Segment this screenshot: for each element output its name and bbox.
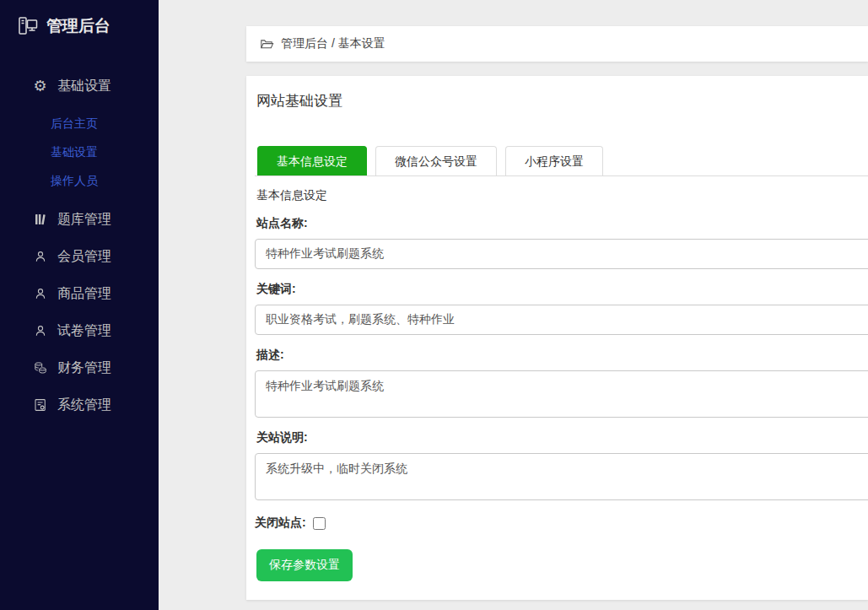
main-content: 管理后台 / 基本设置 网站基础设置 基本信息设定 微信公众号设置 小程序设置 …	[159, 0, 868, 610]
sidebar-item-products[interactable]: 商品管理	[0, 275, 159, 312]
site-name-label: 站点名称:	[256, 216, 868, 231]
form-field: 站点名称:	[255, 216, 868, 269]
settings-card: 网站基础设置 基本信息设定 微信公众号设置 小程序设置 基本信息设定 站点名称:…	[246, 76, 868, 600]
sidebar-item-label: 试卷管理	[57, 321, 111, 340]
tab-mini-program[interactable]: 小程序设置	[505, 146, 603, 175]
sidebar-item-question-bank[interactable]: 题库管理	[0, 201, 159, 238]
sidebar-subitem-operators[interactable]: 操作人员	[0, 166, 159, 195]
site-name-field[interactable]	[255, 239, 868, 269]
save-settings-button[interactable]: 保存参数设置	[256, 549, 353, 581]
tab-bar: 基本信息设定 微信公众号设置 小程序设置	[255, 146, 868, 176]
close-site-label: 关闭站点:	[255, 516, 306, 531]
sidebar-item-label: 题库管理	[57, 210, 111, 229]
keywords-label: 关键词:	[256, 282, 868, 297]
sidebar-menu: ⚙ 基础设置 后台主页 基础设置 操作人员 题库管理	[0, 67, 159, 424]
user-icon	[32, 247, 48, 266]
sidebar-item-label: 系统管理	[57, 396, 111, 414]
close-site-checkbox[interactable]	[313, 517, 326, 530]
tab-basic-info[interactable]: 基本信息设定	[257, 146, 367, 175]
sidebar-submenu: 后台主页 基础设置 操作人员	[0, 105, 159, 201]
description-field[interactable]: 特种作业考试刷题系统	[255, 370, 868, 418]
close-note-field[interactable]: 系统升级中，临时关闭系统	[255, 453, 868, 500]
section-label: 基本信息设定	[256, 188, 868, 203]
sidebar-subitem-backend-home[interactable]: 后台主页	[0, 109, 159, 138]
page-title: 网站基础设置	[256, 91, 868, 111]
sidebar-item-label: 会员管理	[57, 247, 111, 266]
user-icon	[32, 284, 48, 303]
form-field: 关键词:	[255, 282, 868, 335]
sidebar-item-members[interactable]: 会员管理	[0, 238, 159, 275]
keywords-field[interactable]	[255, 305, 868, 335]
gear-icon: ⚙	[32, 77, 48, 95]
sidebar-subitem-base-settings[interactable]: 基础设置	[0, 138, 159, 166]
breadcrumb: 管理后台 / 基本设置	[246, 26, 868, 62]
books-icon	[32, 210, 48, 229]
coins-icon	[32, 359, 48, 377]
close-note-label: 关站说明:	[256, 430, 868, 445]
desktop-icon	[17, 15, 39, 37]
sidebar-item-base-settings[interactable]: ⚙ 基础设置	[0, 67, 159, 105]
brand-title: 管理后台	[46, 15, 111, 37]
tab-wechat-official[interactable]: 微信公众号设置	[375, 146, 497, 175]
form-field: 描述: 特种作业考试刷题系统	[255, 348, 868, 418]
user-icon	[32, 321, 48, 340]
brand[interactable]: 管理后台	[0, 0, 159, 37]
sidebar: 管理后台 ⚙ 基础设置 后台主页 基础设置 操作人员 题库管理	[0, 0, 159, 610]
sidebar-item-system[interactable]: 系统管理	[0, 386, 159, 424]
sidebar-item-exam-papers[interactable]: 试卷管理	[0, 312, 159, 349]
sidebar-item-label: 商品管理	[57, 284, 111, 303]
description-label: 描述:	[256, 348, 868, 363]
form-field: 关站说明: 系统升级中，临时关闭系统	[255, 430, 868, 500]
folder-open-icon	[260, 37, 281, 51]
sidebar-item-label: 基础设置	[57, 77, 111, 95]
breadcrumb-path[interactable]: 管理后台 / 基本设置	[281, 36, 385, 51]
sidebar-item-label: 财务管理	[57, 359, 111, 377]
sidebar-item-finance[interactable]: 财务管理	[0, 349, 159, 386]
system-gear-icon	[32, 396, 48, 414]
close-site-row: 关闭站点:	[255, 516, 868, 531]
